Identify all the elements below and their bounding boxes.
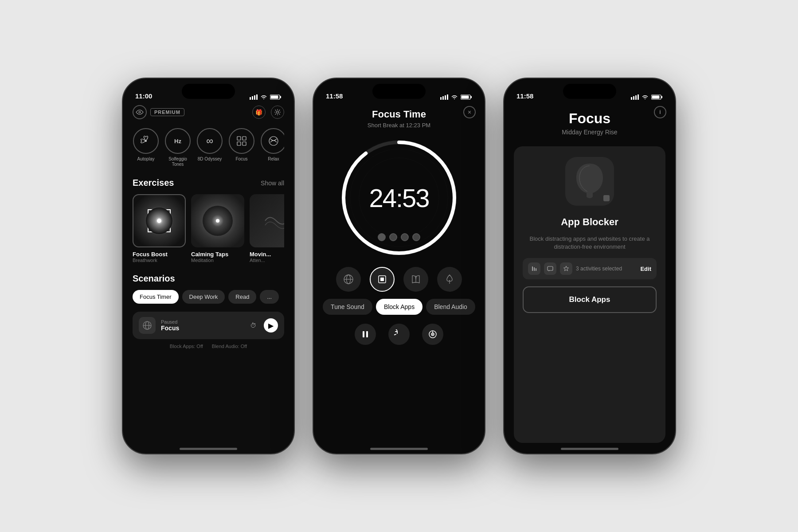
p1-focus-boost-thumb — [133, 194, 186, 247]
p2-tab-block-apps[interactable]: Block Apps — [376, 299, 422, 315]
svg-rect-11 — [243, 137, 246, 140]
svg-rect-52 — [661, 96, 663, 98]
p1-np-controls: ⏱ ▶ — [246, 318, 278, 332]
dynamic-island-2 — [372, 84, 426, 99]
p1-header: PREMIUM 🎁 — [133, 105, 284, 119]
p1-cat-autoplay[interactable]: Autoplay — [133, 128, 159, 167]
p2-sound-book[interactable] — [403, 267, 428, 292]
p1-cat-solfeggio[interactable]: Hz Solfeggio Tones — [164, 128, 191, 167]
p3-activities-edit[interactable]: Edit — [640, 266, 651, 272]
act-bars-svg — [531, 266, 537, 272]
phone-3: 11:58 — [503, 78, 676, 454]
p1-show-all[interactable]: Show all — [261, 180, 284, 187]
signal-icon-2 — [440, 94, 448, 100]
focus-boost-bg — [144, 205, 175, 236]
signal-icon-1 — [250, 94, 258, 100]
p1-gift-icon[interactable]: 🎁 — [252, 106, 266, 119]
p2-settings-btn[interactable] — [422, 324, 443, 345]
p3-app-icon-badge — [603, 195, 610, 201]
p1-exercise-moving[interactable]: Movin... Atten... — [250, 194, 284, 263]
p2-book-svg — [411, 274, 421, 285]
battery-icon-1 — [270, 94, 282, 100]
p1-np-timer-btn[interactable]: ⏱ — [246, 318, 260, 332]
p1-cat-focus-label: Focus — [235, 156, 247, 162]
battery-icon-3 — [651, 94, 663, 100]
p1-np-info: Paused Focus — [161, 319, 241, 332]
phone-2: 11:58 — [313, 78, 485, 454]
svg-point-9 — [145, 140, 147, 142]
p2-nature-svg — [444, 274, 455, 285]
p1-cat-8d[interactable]: ∞ 8D Odyssey — [196, 128, 223, 167]
svg-rect-13 — [243, 142, 246, 145]
p1-chip-focus-timer[interactable]: Focus Timer — [133, 290, 179, 304]
p2-block-svg — [377, 274, 387, 285]
p2-dot-1 — [378, 233, 386, 241]
p1-premium-badge: PREMIUM — [150, 108, 184, 116]
svg-rect-2 — [254, 95, 255, 100]
p2-sound-nature[interactable] — [437, 267, 462, 292]
svg-rect-56 — [534, 267, 535, 271]
svg-rect-5 — [280, 96, 282, 98]
phone-2-screen: 11:58 — [313, 78, 485, 454]
p1-calming-sub: Meditation — [191, 258, 244, 263]
p2-globe-svg — [343, 274, 354, 285]
phone-1: 11:00 — [122, 78, 295, 454]
p2-timer-dots — [378, 233, 420, 241]
svg-rect-24 — [442, 96, 444, 100]
status-time-1: 11:00 — [135, 92, 152, 100]
p1-cat-focus-icon — [229, 128, 254, 154]
p1-calming-thumb — [191, 194, 244, 247]
p1-chip-deep-work[interactable]: Deep Work — [182, 290, 225, 304]
svg-rect-29 — [462, 96, 469, 99]
p3-info-icon: i — [659, 109, 661, 115]
svg-rect-23 — [440, 97, 442, 100]
p2-tab-blend-audio[interactable]: Blend Audio — [426, 299, 475, 315]
svg-rect-43 — [366, 331, 368, 337]
moving-bg — [261, 205, 284, 236]
p2-close-button[interactable]: × — [463, 106, 476, 118]
home-indicator-3 — [561, 448, 618, 450]
p1-calming-name: Calming Taps — [191, 251, 244, 258]
p1-cat-relax[interactable]: Relax — [260, 128, 284, 167]
p2-timer-container: 24:53 — [337, 136, 461, 260]
p1-logo: PREMIUM — [133, 105, 184, 119]
wifi-icon-3 — [642, 94, 649, 100]
p1-scenarios: Scenarios Focus Timer Deep Work Read ... — [133, 274, 284, 304]
phone-1-screen: 11:00 — [123, 78, 294, 454]
p1-np-globe-icon — [139, 317, 156, 334]
p2-restart-btn[interactable] — [388, 324, 410, 345]
p1-chip-read[interactable]: Read — [228, 290, 256, 304]
p1-cat-8d-label: 8D Odyssey — [198, 156, 222, 162]
svg-rect-48 — [633, 96, 634, 100]
p2-tab-tune-sound[interactable]: Tune Sound — [323, 299, 372, 315]
p2-tabs: Tune Sound Block Apps Blend Audio — [323, 299, 475, 315]
svg-rect-39 — [380, 278, 384, 281]
svg-rect-25 — [445, 95, 446, 100]
svg-rect-26 — [447, 94, 448, 100]
phone-3-content: Focus Midday Energy Rise — [504, 78, 675, 454]
svg-rect-3 — [256, 94, 258, 100]
svg-rect-10 — [237, 137, 241, 140]
p3-act-icon-2 — [544, 262, 556, 275]
p1-cat-autoplay-label: Autoplay — [137, 156, 155, 162]
p2-sound-globe[interactable] — [336, 267, 361, 292]
home-indicator-2 — [370, 448, 428, 450]
p1-cat-focus[interactable]: Focus — [228, 128, 255, 167]
p1-exercises-list: Focus Boost Breathwork — [133, 194, 284, 263]
p3-block-apps-button[interactable]: Block Apps — [523, 286, 657, 313]
p2-pause-btn[interactable] — [355, 324, 376, 345]
p1-chip-more[interactable]: ... — [260, 290, 279, 304]
p3-info-button[interactable]: i — [654, 106, 666, 118]
p1-scenarios-title: Scenarios — [133, 274, 175, 284]
p1-now-playing: Paused Focus ⏱ ▶ — [133, 312, 284, 339]
p1-eye-icon — [133, 105, 147, 119]
p2-subtitle: Short Break at 12:23 PM — [368, 122, 430, 129]
p1-cat-solfeggio-label: Solfeggio Tones — [164, 156, 191, 167]
p1-np-play-btn[interactable]: ▶ — [264, 318, 278, 332]
p1-settings-icon[interactable] — [271, 106, 284, 119]
p2-sound-block[interactable] — [370, 267, 395, 292]
p3-app-icon-container — [523, 157, 657, 206]
p1-exercise-calming[interactable]: Calming Taps Meditation — [191, 194, 244, 263]
p1-cat-8d-icon: ∞ — [197, 128, 223, 154]
p1-exercise-focus-boost[interactable]: Focus Boost Breathwork — [133, 194, 186, 263]
